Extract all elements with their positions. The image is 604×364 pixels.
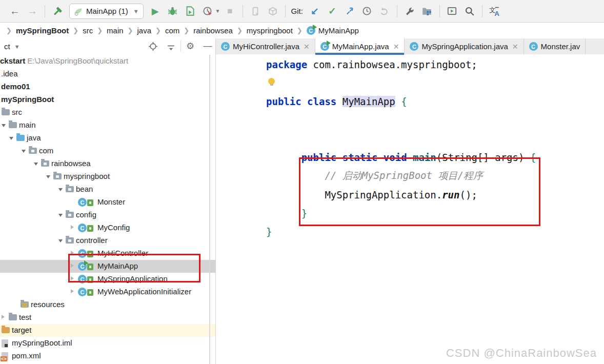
profiler-icon[interactable] xyxy=(200,4,215,19)
breadcrumb-item-myspringboot[interactable]: myspringboot xyxy=(247,26,293,35)
tree-item-label: .idea xyxy=(1,69,18,78)
tab-myspringapplication-java[interactable]: CMySpringApplication.java✕ xyxy=(405,38,524,54)
search-icon[interactable] xyxy=(462,4,477,19)
chevron-expanded-icon[interactable] xyxy=(9,137,13,140)
code-line-3[interactable]: public class MyMainApp { xyxy=(266,92,407,111)
chevron-expanded-icon[interactable] xyxy=(22,150,26,153)
tab-label: Monster.jav xyxy=(541,42,580,51)
run-console-icon[interactable] xyxy=(445,4,460,19)
project-structure-icon[interactable] xyxy=(419,4,435,19)
chevron-expanded-icon[interactable] xyxy=(46,175,50,178)
breadcrumb-item-rainbowsea[interactable]: rainbowsea xyxy=(193,26,233,35)
package-download-icon[interactable] xyxy=(265,4,280,19)
code-token: } xyxy=(266,226,272,237)
tab-myhicontroller-java[interactable]: CMyHiController.java✕ xyxy=(216,38,315,54)
back-arrow[interactable]: ← xyxy=(7,4,23,19)
intention-bulb-icon[interactable] xyxy=(268,78,275,85)
tree-item-resources[interactable]: resources xyxy=(0,298,216,311)
translate-icon[interactable]: 文A xyxy=(487,4,502,19)
breadcrumb-separator: ❯ xyxy=(184,27,189,34)
tree-item-myspringboot[interactable]: myspringboot xyxy=(0,170,216,183)
git-push-icon[interactable] xyxy=(342,4,357,19)
chevron-collapsed-icon[interactable] xyxy=(71,225,74,229)
chevron-collapsed-icon[interactable] xyxy=(71,289,74,293)
chevron-down-icon: ▼ xyxy=(133,8,139,14)
breadcrumb-item-src[interactable]: src xyxy=(83,26,93,35)
tree-item-com[interactable]: com xyxy=(0,145,216,157)
tree-item-label: src xyxy=(12,108,22,116)
stop-icon[interactable]: ■ xyxy=(223,4,238,19)
breadcrumb-item-main[interactable]: main xyxy=(107,26,124,35)
tree-item-main[interactable]: main xyxy=(0,119,216,132)
tree-item-label: demo01 xyxy=(1,82,30,91)
forward-arrow[interactable]: → xyxy=(25,4,40,19)
chevron-expanded-icon[interactable] xyxy=(2,124,6,127)
tree-item-pom-xml[interactable]: pom.xml xyxy=(0,350,216,362)
close-icon[interactable]: ✕ xyxy=(393,43,399,51)
main-toolbar: ←→MainApp (1)▼▶▼■Git:↙✓文A xyxy=(0,0,604,23)
tree-item-rainbowsea[interactable]: rainbowsea xyxy=(0,157,216,170)
tree-item-label: test xyxy=(19,313,31,321)
debug-icon[interactable] xyxy=(165,4,180,19)
breadcrumb-item-current[interactable]: MyMainApp xyxy=(318,26,359,35)
breadcrumb-item-myspringboot[interactable]: mySpringBoot xyxy=(16,26,69,35)
tree-item-bean[interactable]: bean xyxy=(0,183,216,196)
chevron-expanded-icon[interactable] xyxy=(34,163,38,166)
toolbar-separator xyxy=(482,5,482,17)
tree-item-monster[interactable]: CMonster xyxy=(0,196,216,209)
hide-panel-icon[interactable]: — xyxy=(201,39,214,53)
run-configuration-select[interactable]: MainApp (1)▼ xyxy=(69,4,144,19)
lock-icon xyxy=(87,199,93,206)
chevron-expanded-icon[interactable] xyxy=(58,214,63,217)
tree-item-myspringboot-iml[interactable]: mySpringBoot.iml xyxy=(0,337,216,350)
git-commit-icon[interactable]: ✓ xyxy=(325,4,340,19)
build-hammer[interactable] xyxy=(50,4,65,19)
chevron-expanded-icon[interactable] xyxy=(58,239,63,242)
tree-item-label: mySpringBoot xyxy=(1,95,54,104)
gear-icon[interactable]: ⚙ xyxy=(184,39,197,53)
tree-item-java[interactable]: java xyxy=(0,132,216,145)
code-line-1[interactable]: package com.rainbowsea.myspringboot; xyxy=(266,55,477,74)
coverage-icon[interactable] xyxy=(183,4,198,19)
tree-item-target[interactable]: target xyxy=(0,324,216,337)
tree-item-mywebapplicationinitializer[interactable]: CMyWebApplicationInitializer xyxy=(0,286,216,298)
tree-item-test[interactable]: test xyxy=(0,311,216,324)
run-icon[interactable]: ▶ xyxy=(148,4,163,19)
breadcrumb-item-com[interactable]: com xyxy=(165,26,179,35)
locate-file-icon[interactable] xyxy=(146,39,159,53)
tree-item--idea[interactable]: .idea xyxy=(0,68,216,80)
annotation-rect-editor xyxy=(299,157,540,226)
tree-item-label: resources xyxy=(31,300,65,309)
collapse-all-icon[interactable] xyxy=(164,39,177,53)
tree-item-ckstart[interactable]: ckstart E:\Java\SpringBoot\quickstart xyxy=(0,55,216,68)
tab-mymainapp-java[interactable]: CMyMainApp.java✕ xyxy=(315,38,405,54)
tree-item-demo01[interactable]: demo01 xyxy=(0,80,216,93)
tree-item-src[interactable]: src xyxy=(0,106,216,119)
tree-item-myspringboot[interactable]: mySpringBoot xyxy=(0,93,216,106)
chevron-expanded-icon[interactable] xyxy=(58,188,63,191)
close-icon[interactable]: ✕ xyxy=(512,43,518,51)
breadcrumb-item-java[interactable]: java xyxy=(137,26,151,35)
code-token xyxy=(395,96,401,107)
chevron-down-icon[interactable]: ▼ xyxy=(215,8,220,14)
watermark: CSDN @ChinaRainbowSea xyxy=(446,347,597,360)
close-icon[interactable]: ✕ xyxy=(304,43,310,51)
git-history-icon[interactable] xyxy=(359,4,375,19)
tree-scrollbar[interactable] xyxy=(209,55,210,364)
chevron-down-icon: ▼ xyxy=(14,44,20,50)
git-rollback-icon[interactable] xyxy=(377,4,392,19)
tree-item-config[interactable]: config xyxy=(0,209,216,221)
code-token: public xyxy=(266,96,301,107)
attach-device-icon[interactable] xyxy=(248,4,263,19)
resources-folder-icon xyxy=(21,301,29,308)
tree-item-label: bean xyxy=(76,185,93,193)
tree-item-myconfig[interactable]: CMyConfig xyxy=(0,221,216,234)
code-line-10[interactable]: } xyxy=(266,223,272,241)
settings-wrench-icon[interactable] xyxy=(402,4,417,19)
git-update-icon[interactable]: ↙ xyxy=(307,4,323,19)
project-view-selector[interactable]: ct ▼ xyxy=(4,38,21,54)
project-toolwindow-header: ct ▼ ⚙ — xyxy=(0,38,216,54)
tree-item-controller[interactable]: controller xyxy=(0,234,216,247)
chevron-collapsed-icon[interactable] xyxy=(2,315,5,319)
tab-monster-jav[interactable]: CMonster.jav xyxy=(524,38,586,54)
